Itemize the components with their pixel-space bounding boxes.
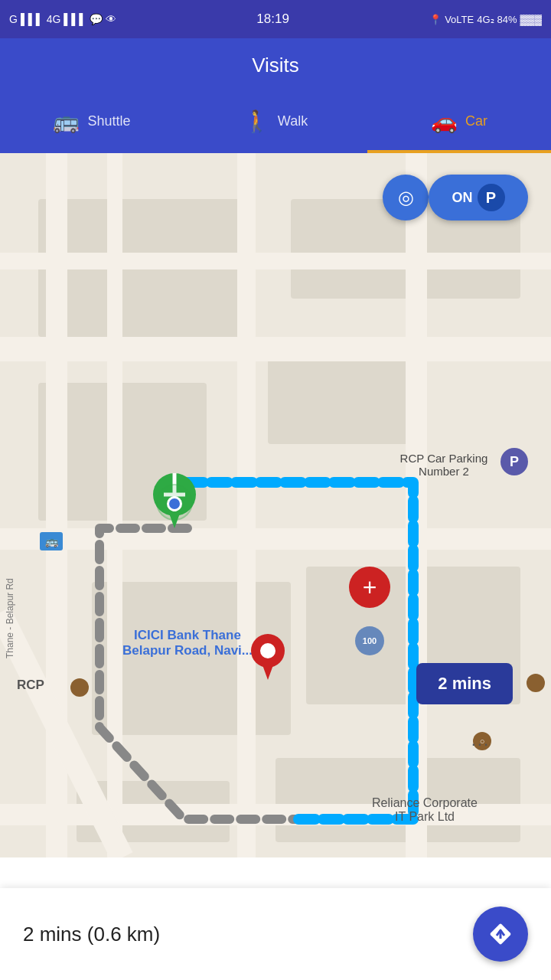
parking-p-badge: P [478, 184, 505, 211]
more-options[interactable]: ... [471, 730, 490, 750]
red-pin-icon [251, 634, 285, 680]
status-right: 📍 VoLTE 4G₂ 84% ▓▓▓ [429, 14, 542, 25]
speed-badge: 100 [355, 626, 384, 655]
navigate-icon [487, 920, 514, 948]
car-icon: 🚗 [431, 109, 458, 134]
time-bubble: 2 mins [416, 663, 513, 704]
dots-text: ... [471, 730, 490, 750]
thane-road-label: Thane - Belapur Rd [5, 521, 15, 658]
svg-marker-26 [262, 663, 274, 680]
origin-marker [153, 473, 196, 531]
bottom-bar: 2 mins (0.6 km) [0, 888, 551, 980]
svg-rect-10 [0, 337, 551, 361]
tab-walk-label: Walk [278, 113, 308, 129]
locate-icon: ◎ [398, 187, 414, 208]
location-icon: 📍 [429, 14, 442, 25]
app-header: Visits [0, 38, 551, 92]
rcp-text: RCP [17, 678, 44, 692]
map-area: ◎ ON P RCP Car ParkingNumber 2 P ICICI B… [0, 153, 551, 858]
status-bar: G ▌▌▌ 4G ▌▌▌ 💬 👁 18:19 📍 VoLTE 4G₂ 84% ▓… [0, 0, 551, 38]
rcp-parking-text: RCP Car ParkingNumber 2 [400, 452, 488, 478]
bus-stop-icon: 🚌 [40, 532, 63, 550]
network-4g2: 4G₂ [477, 14, 494, 25]
reliance-text: Reliance CorporateIT Park Ltd [372, 796, 478, 823]
distance-label: 2 mins (0.6 km) [23, 923, 160, 946]
bars-icon: ▌▌▌ [21, 13, 44, 25]
add-stop-button[interactable]: + [349, 567, 390, 608]
shuttle-icon: 🚌 [53, 109, 80, 134]
rcp-parking-badge: P [500, 448, 528, 475]
reliance-label: Reliance CorporateIT Park Ltd [337, 796, 513, 824]
status-time: 18:19 [256, 11, 289, 27]
map-svg [0, 153, 551, 858]
eye-icon: 👁 [106, 13, 116, 25]
svg-rect-11 [0, 528, 551, 550]
message-icon: 💬 [90, 13, 103, 25]
battery-percent: 84% [497, 14, 517, 25]
svg-rect-13 [0, 253, 551, 270]
bars2-icon: ▌▌▌ [64, 13, 86, 25]
status-left: G ▌▌▌ 4G ▌▌▌ 💬 👁 [9, 13, 116, 25]
rcp-circle [70, 678, 89, 697]
svg-rect-15 [237, 153, 256, 858]
rcp-label: RCP [17, 678, 44, 693]
svg-point-25 [260, 643, 276, 658]
walk-icon: 🚶 [243, 109, 270, 134]
destination-marker [251, 634, 285, 683]
rcp-parking-label: RCP Car ParkingNumber 2 [367, 452, 520, 478]
tab-shuttle[interactable]: 🚌 Shuttle [0, 92, 184, 153]
icici-text: ICICI Bank ThaneBelapur Road, Navi... [122, 628, 253, 658]
network-4g: 4G [47, 13, 61, 25]
tab-walk[interactable]: 🚶 Walk [184, 92, 367, 153]
bus-stop-symbol: 🚌 [45, 535, 58, 547]
locate-button[interactable]: ◎ [383, 175, 429, 220]
parking-on-label: ON [452, 190, 473, 206]
time-bubble-text: 2 mins [438, 674, 491, 693]
signal-icon: G [9, 13, 18, 25]
right-circle [527, 674, 545, 692]
tab-car[interactable]: 🚗 Car [367, 92, 551, 153]
parking-p-label: P [486, 189, 496, 207]
tab-bar: 🚌 Shuttle 🚶 Walk 🚗 Car [0, 92, 551, 153]
battery-icon: ▓▓▓ [520, 14, 542, 25]
volte-icon: VoLTE [445, 14, 474, 25]
tab-shuttle-label: Shuttle [87, 113, 130, 129]
page-title: Visits [252, 54, 299, 77]
current-position-dot [167, 496, 182, 511]
thane-road-text: Thane - Belapur Rd [5, 578, 15, 658]
parking-toggle[interactable]: ON P [429, 175, 528, 220]
tab-car-label: Car [465, 113, 487, 129]
navigate-button[interactable] [473, 906, 528, 962]
